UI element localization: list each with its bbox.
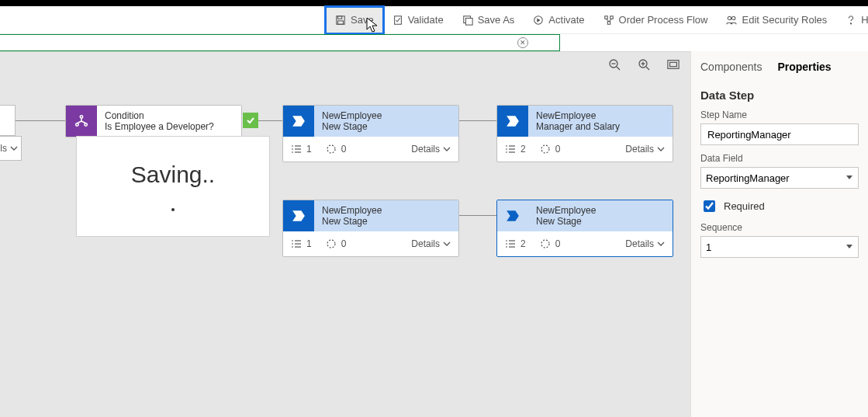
stage-card-partial-footer[interactable]: ils: [0, 136, 22, 161]
svg-rect-5: [465, 18, 472, 25]
svg-marker-31: [292, 116, 305, 127]
edit-security-roles-button[interactable]: Edit Security Roles: [717, 7, 836, 33]
help-icon: [846, 15, 856, 26]
stage-icon: [283, 200, 314, 231]
svg-point-26: [76, 123, 78, 126]
svg-point-13: [728, 16, 731, 19]
stage-icon: [497, 106, 528, 137]
stage-card-1[interactable]: NewEmployee New Stage 1 0 Details: [282, 105, 459, 162]
security-roles-icon: [726, 15, 737, 26]
svg-point-62: [541, 240, 549, 248]
condition-true-indicator: [243, 113, 258, 128]
details-toggle[interactable]: Details: [411, 238, 451, 249]
stage-card-3[interactable]: NewEmployee New Stage 1 0 Details: [282, 200, 459, 257]
save-label: Save: [351, 14, 374, 26]
svg-line-17: [617, 67, 620, 70]
svg-line-30: [81, 121, 86, 123]
condition-icon: [66, 106, 97, 137]
process-canvas[interactable]: ils Condition Is Employee a Developer?: [0, 51, 690, 417]
fit-to-screen-button[interactable]: [667, 58, 680, 73]
spinner-icon: [326, 144, 337, 155]
stage-icon: [497, 200, 528, 231]
properties-panel: Components Properties Data Step Step Nam…: [690, 51, 868, 417]
save-as-button[interactable]: Save As: [453, 7, 524, 33]
save-button[interactable]: Save: [326, 7, 383, 33]
stage-card-4[interactable]: NewEmployee New Stage 2 0 Details: [496, 200, 673, 257]
svg-rect-2: [338, 20, 344, 23]
chevron-down-icon: [10, 144, 18, 152]
close-status-button[interactable]: ✕: [517, 37, 528, 48]
svg-rect-10: [607, 21, 610, 24]
svg-point-38: [327, 145, 335, 153]
svg-rect-1: [338, 16, 342, 19]
step-name-input[interactable]: [700, 123, 859, 145]
order-icon: [603, 15, 614, 26]
svg-point-46: [541, 145, 549, 153]
condition-title: Condition: [105, 110, 233, 121]
stage-card-2[interactable]: NewEmployee Manager and Salary 2 0 Detai…: [496, 105, 673, 162]
activate-button[interactable]: Activate: [524, 7, 593, 33]
details-toggle[interactable]: Details: [411, 144, 451, 155]
saving-spinner-dot: [171, 208, 175, 211]
step-name-label: Step Name: [700, 109, 859, 120]
sequence-label: Sequence: [700, 222, 859, 233]
details-toggle[interactable]: Details: [625, 238, 665, 249]
required-label: Required: [724, 200, 765, 212]
svg-rect-8: [604, 16, 607, 19]
status-message-bar: ✕: [0, 34, 560, 51]
svg-rect-9: [610, 16, 613, 19]
saving-overlay: Saving..: [76, 136, 270, 237]
svg-rect-24: [670, 62, 677, 66]
save-icon: [335, 15, 346, 26]
condition-subtitle: Is Employee a Developer?: [105, 121, 233, 132]
svg-marker-39: [507, 116, 519, 127]
validate-button[interactable]: Validate: [383, 7, 453, 33]
validate-icon: [393, 15, 403, 26]
required-checkbox[interactable]: [704, 200, 715, 212]
condition-card[interactable]: Condition Is Employee a Developer?: [65, 105, 242, 137]
chevron-down-icon: [443, 145, 451, 153]
svg-point-14: [732, 16, 735, 19]
svg-point-54: [327, 240, 335, 248]
svg-marker-47: [292, 210, 305, 221]
panel-section-title: Data Step: [700, 89, 859, 102]
svg-line-29: [77, 121, 81, 123]
sequence-select[interactable]: 1: [700, 236, 859, 258]
saving-text: Saving..: [131, 162, 215, 188]
details-toggle[interactable]: Details: [625, 144, 665, 155]
stage-icon: [283, 106, 314, 137]
stage-card-partial[interactable]: [0, 105, 16, 136]
steps-icon: [291, 144, 302, 155]
zoom-in-button[interactable]: [638, 58, 650, 73]
data-field-label: Data Field: [700, 153, 859, 164]
svg-marker-55: [507, 210, 519, 221]
svg-marker-7: [538, 18, 541, 22]
tab-components[interactable]: Components: [700, 61, 762, 73]
zoom-out-button[interactable]: [608, 58, 621, 73]
save-as-icon: [462, 15, 473, 26]
tab-properties[interactable]: Properties: [777, 61, 831, 73]
svg-point-25: [80, 116, 82, 118]
data-field-select[interactable]: ReportingManager: [700, 167, 859, 189]
help-button[interactable]: Help: [836, 7, 868, 33]
svg-line-20: [646, 67, 649, 70]
svg-point-27: [85, 123, 87, 126]
order-process-flow-button[interactable]: Order Process Flow: [594, 7, 718, 33]
activate-icon: [533, 15, 544, 26]
svg-point-15: [851, 23, 852, 23]
